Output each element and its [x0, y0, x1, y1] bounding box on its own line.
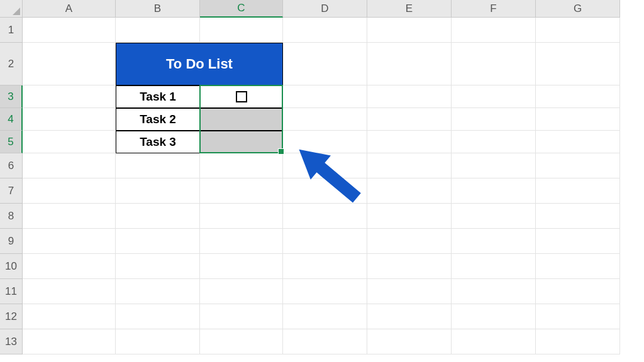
cell[interactable] — [367, 108, 452, 131]
cell[interactable] — [452, 204, 536, 229]
cell[interactable] — [452, 43, 536, 85]
cell[interactable] — [452, 254, 536, 279]
cell[interactable] — [536, 131, 620, 153]
cell-grid[interactable] — [23, 18, 620, 354]
cell[interactable] — [23, 204, 116, 229]
column-header-E[interactable]: E — [367, 0, 452, 18]
cell[interactable] — [200, 329, 283, 354]
cell[interactable] — [116, 279, 200, 304]
cell[interactable] — [536, 153, 620, 178]
cell[interactable] — [200, 153, 283, 178]
cell[interactable] — [283, 153, 367, 178]
checkbox-icon[interactable] — [236, 91, 247, 102]
column-header-G[interactable]: G — [536, 0, 620, 18]
column-header-A[interactable]: A — [23, 0, 116, 18]
row-header-9[interactable]: 9 — [0, 229, 23, 254]
cell[interactable] — [200, 279, 283, 304]
cell[interactable] — [536, 18, 620, 43]
cell[interactable] — [116, 18, 200, 43]
cell[interactable] — [116, 229, 200, 254]
cell[interactable] — [23, 131, 116, 153]
row-header-5[interactable]: 5 — [0, 131, 23, 153]
cell[interactable] — [23, 108, 116, 131]
cell[interactable] — [536, 304, 620, 329]
cell[interactable] — [536, 204, 620, 229]
select-all-corner[interactable] — [0, 0, 23, 18]
cell[interactable] — [536, 85, 620, 108]
row-header-12[interactable]: 12 — [0, 304, 23, 329]
cell[interactable] — [367, 153, 452, 178]
cell[interactable] — [536, 178, 620, 204]
cell[interactable] — [367, 178, 452, 204]
cell[interactable] — [452, 178, 536, 204]
cell[interactable] — [283, 204, 367, 229]
row-header-13[interactable]: 13 — [0, 329, 23, 354]
cell[interactable] — [116, 329, 200, 354]
cell[interactable] — [23, 304, 116, 329]
task-cell-3[interactable]: Task 3 — [116, 131, 200, 153]
cell[interactable] — [283, 279, 367, 304]
cell[interactable] — [116, 204, 200, 229]
cell[interactable] — [367, 204, 452, 229]
cell[interactable] — [367, 18, 452, 43]
cell[interactable] — [23, 18, 116, 43]
cell[interactable] — [283, 329, 367, 354]
cell[interactable] — [23, 279, 116, 304]
cell[interactable] — [23, 329, 116, 354]
cell[interactable] — [452, 85, 536, 108]
cell[interactable] — [23, 85, 116, 108]
cell[interactable] — [116, 178, 200, 204]
cell[interactable] — [367, 229, 452, 254]
column-header-D[interactable]: D — [283, 0, 367, 18]
row-header-10[interactable]: 10 — [0, 254, 23, 279]
cell[interactable] — [200, 254, 283, 279]
row-header-11[interactable]: 11 — [0, 279, 23, 304]
todo-title-cell[interactable]: To Do List — [116, 43, 283, 85]
cell[interactable] — [23, 153, 116, 178]
cell[interactable] — [200, 204, 283, 229]
cell[interactable] — [367, 304, 452, 329]
cell[interactable] — [367, 131, 452, 153]
cell[interactable] — [283, 229, 367, 254]
cell[interactable] — [23, 43, 116, 85]
cell[interactable] — [116, 304, 200, 329]
cell[interactable] — [283, 85, 367, 108]
cell[interactable] — [367, 43, 452, 85]
cell[interactable] — [367, 254, 452, 279]
checkbox-cell-2[interactable] — [200, 108, 283, 131]
cell[interactable] — [536, 279, 620, 304]
cell[interactable] — [452, 108, 536, 131]
cell[interactable] — [536, 108, 620, 131]
checkbox-cell-3[interactable] — [200, 131, 283, 153]
row-header-8[interactable]: 8 — [0, 204, 23, 229]
cell[interactable] — [283, 178, 367, 204]
task-cell-1[interactable]: Task 1 — [116, 85, 200, 108]
cell[interactable] — [452, 153, 536, 178]
cell[interactable] — [367, 279, 452, 304]
row-header-7[interactable]: 7 — [0, 178, 23, 204]
cell[interactable] — [23, 229, 116, 254]
cell[interactable] — [536, 43, 620, 85]
cell[interactable] — [367, 329, 452, 354]
cell[interactable] — [283, 108, 367, 131]
task-cell-2[interactable]: Task 2 — [116, 108, 200, 131]
row-header-2[interactable]: 2 — [0, 43, 23, 85]
cell[interactable] — [367, 85, 452, 108]
cell[interactable] — [200, 178, 283, 204]
column-header-F[interactable]: F — [452, 0, 536, 18]
row-header-6[interactable]: 6 — [0, 153, 23, 178]
checkbox-cell-1[interactable] — [200, 85, 283, 108]
row-header-3[interactable]: 3 — [0, 85, 23, 108]
cell[interactable] — [283, 254, 367, 279]
cell[interactable] — [452, 229, 536, 254]
row-header-1[interactable]: 1 — [0, 18, 23, 43]
cell[interactable] — [536, 329, 620, 354]
cell[interactable] — [452, 279, 536, 304]
cell[interactable] — [116, 254, 200, 279]
row-header-4[interactable]: 4 — [0, 108, 23, 131]
cell[interactable] — [283, 304, 367, 329]
cell[interactable] — [200, 304, 283, 329]
column-header-C[interactable]: C — [200, 0, 283, 18]
cell[interactable] — [283, 43, 367, 85]
cell[interactable] — [200, 229, 283, 254]
